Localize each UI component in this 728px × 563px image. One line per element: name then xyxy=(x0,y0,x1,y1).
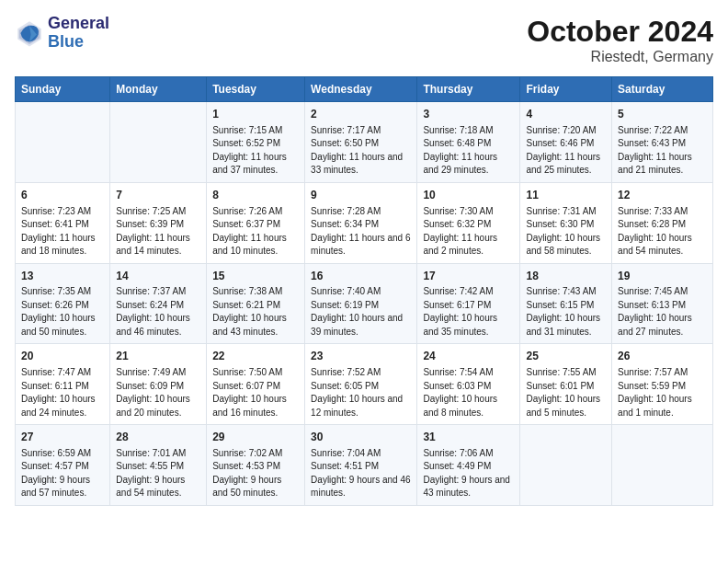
day-number: 31 xyxy=(423,430,514,445)
day-number: 5 xyxy=(618,107,707,122)
logo-line1: General xyxy=(48,15,109,33)
day-number: 2 xyxy=(311,107,411,122)
day-number: 27 xyxy=(21,430,104,445)
day-number: 16 xyxy=(311,269,411,284)
calendar-week-row: 6Sunrise: 7:23 AM Sunset: 6:41 PM Daylig… xyxy=(16,182,713,263)
calendar-week-row: 13Sunrise: 7:35 AM Sunset: 6:26 PM Dayli… xyxy=(16,263,713,344)
logo: General Blue xyxy=(15,15,109,52)
header-day-friday: Friday xyxy=(520,77,612,102)
header-day-sunday: Sunday xyxy=(16,77,110,102)
calendar-header-row: SundayMondayTuesdayWednesdayThursdayFrid… xyxy=(16,77,713,102)
day-number: 20 xyxy=(21,349,104,364)
day-number: 23 xyxy=(311,349,411,364)
day-number: 25 xyxy=(526,349,606,364)
day-number: 17 xyxy=(423,269,514,284)
calendar-cell: 19Sunrise: 7:45 AM Sunset: 6:13 PM Dayli… xyxy=(612,263,713,344)
calendar-cell: 6Sunrise: 7:23 AM Sunset: 6:41 PM Daylig… xyxy=(16,182,110,263)
header-day-monday: Monday xyxy=(110,77,207,102)
header-day-saturday: Saturday xyxy=(612,77,713,102)
calendar-cell: 23Sunrise: 7:52 AM Sunset: 6:05 PM Dayli… xyxy=(305,344,417,425)
calendar-cell: 30Sunrise: 7:04 AM Sunset: 4:51 PM Dayli… xyxy=(305,425,417,506)
cell-content: Sunrise: 7:40 AM Sunset: 6:19 PM Dayligh… xyxy=(311,285,411,339)
calendar-cell xyxy=(110,102,207,183)
calendar-cell: 14Sunrise: 7:37 AM Sunset: 6:24 PM Dayli… xyxy=(110,263,207,344)
cell-content: Sunrise: 7:47 AM Sunset: 6:11 PM Dayligh… xyxy=(21,366,104,419)
calendar-cell xyxy=(612,425,713,506)
calendar-table: SundayMondayTuesdayWednesdayThursdayFrid… xyxy=(15,76,713,506)
calendar-cell: 9Sunrise: 7:28 AM Sunset: 6:34 PM Daylig… xyxy=(305,182,417,263)
cell-content: Sunrise: 7:17 AM Sunset: 6:50 PM Dayligh… xyxy=(311,124,411,178)
day-number: 9 xyxy=(311,188,411,203)
calendar-cell: 17Sunrise: 7:42 AM Sunset: 6:17 PM Dayli… xyxy=(417,263,520,344)
calendar-cell: 25Sunrise: 7:55 AM Sunset: 6:01 PM Dayli… xyxy=(520,344,612,425)
cell-content: Sunrise: 7:37 AM Sunset: 6:24 PM Dayligh… xyxy=(116,285,200,339)
logo-text: General Blue xyxy=(48,15,109,52)
day-number: 12 xyxy=(618,188,707,203)
day-number: 29 xyxy=(212,430,299,445)
cell-content: Sunrise: 7:38 AM Sunset: 6:21 PM Dayligh… xyxy=(212,285,299,339)
calendar-cell: 31Sunrise: 7:06 AM Sunset: 4:49 PM Dayli… xyxy=(417,425,520,506)
cell-content: Sunrise: 6:59 AM Sunset: 4:57 PM Dayligh… xyxy=(21,447,104,500)
calendar-week-row: 20Sunrise: 7:47 AM Sunset: 6:11 PM Dayli… xyxy=(16,344,713,425)
day-number: 3 xyxy=(423,107,514,122)
page-header: General Blue October 2024 Riestedt, Germ… xyxy=(15,15,713,65)
logo-icon xyxy=(15,18,44,48)
calendar-cell: 22Sunrise: 7:50 AM Sunset: 6:07 PM Dayli… xyxy=(207,344,305,425)
cell-content: Sunrise: 7:45 AM Sunset: 6:13 PM Dayligh… xyxy=(618,285,707,339)
day-number: 19 xyxy=(618,269,707,284)
cell-content: Sunrise: 7:43 AM Sunset: 6:15 PM Dayligh… xyxy=(526,285,606,339)
calendar-cell: 16Sunrise: 7:40 AM Sunset: 6:19 PM Dayli… xyxy=(305,263,417,344)
cell-content: Sunrise: 7:54 AM Sunset: 6:03 PM Dayligh… xyxy=(423,366,514,419)
cell-content: Sunrise: 7:35 AM Sunset: 6:26 PM Dayligh… xyxy=(21,285,104,339)
calendar-cell xyxy=(520,425,612,506)
cell-content: Sunrise: 7:30 AM Sunset: 6:32 PM Dayligh… xyxy=(423,205,514,259)
header-day-wednesday: Wednesday xyxy=(305,77,417,102)
calendar-cell: 3Sunrise: 7:18 AM Sunset: 6:48 PM Daylig… xyxy=(417,102,520,183)
day-number: 1 xyxy=(212,107,299,122)
calendar-cell: 11Sunrise: 7:31 AM Sunset: 6:30 PM Dayli… xyxy=(520,182,612,263)
day-number: 10 xyxy=(423,188,514,203)
day-number: 30 xyxy=(311,430,411,445)
day-number: 8 xyxy=(212,188,299,203)
cell-content: Sunrise: 7:52 AM Sunset: 6:05 PM Dayligh… xyxy=(311,366,411,419)
cell-content: Sunrise: 7:15 AM Sunset: 6:52 PM Dayligh… xyxy=(212,124,299,178)
day-number: 7 xyxy=(116,188,200,203)
calendar-cell: 8Sunrise: 7:26 AM Sunset: 6:37 PM Daylig… xyxy=(207,182,305,263)
cell-content: Sunrise: 7:28 AM Sunset: 6:34 PM Dayligh… xyxy=(311,205,411,259)
calendar-cell: 1Sunrise: 7:15 AM Sunset: 6:52 PM Daylig… xyxy=(207,102,305,183)
cell-content: Sunrise: 7:18 AM Sunset: 6:48 PM Dayligh… xyxy=(423,124,514,178)
day-number: 22 xyxy=(212,349,299,364)
cell-content: Sunrise: 7:57 AM Sunset: 5:59 PM Dayligh… xyxy=(618,366,707,419)
cell-content: Sunrise: 7:02 AM Sunset: 4:53 PM Dayligh… xyxy=(212,447,299,500)
calendar-week-row: 1Sunrise: 7:15 AM Sunset: 6:52 PM Daylig… xyxy=(16,102,713,183)
day-number: 18 xyxy=(526,269,606,284)
cell-content: Sunrise: 7:20 AM Sunset: 6:46 PM Dayligh… xyxy=(526,124,606,178)
cell-content: Sunrise: 7:01 AM Sunset: 4:55 PM Dayligh… xyxy=(116,447,200,500)
calendar-cell: 15Sunrise: 7:38 AM Sunset: 6:21 PM Dayli… xyxy=(207,263,305,344)
calendar-cell: 4Sunrise: 7:20 AM Sunset: 6:46 PM Daylig… xyxy=(520,102,612,183)
cell-content: Sunrise: 7:06 AM Sunset: 4:49 PM Dayligh… xyxy=(423,447,514,500)
cell-content: Sunrise: 7:50 AM Sunset: 6:07 PM Dayligh… xyxy=(212,366,299,419)
title-block: October 2024 Riestedt, Germany xyxy=(527,15,713,65)
calendar-cell: 27Sunrise: 6:59 AM Sunset: 4:57 PM Dayli… xyxy=(16,425,110,506)
calendar-cell: 28Sunrise: 7:01 AM Sunset: 4:55 PM Dayli… xyxy=(110,425,207,506)
calendar-cell: 12Sunrise: 7:33 AM Sunset: 6:28 PM Dayli… xyxy=(612,182,713,263)
calendar-cell: 7Sunrise: 7:25 AM Sunset: 6:39 PM Daylig… xyxy=(110,182,207,263)
cell-content: Sunrise: 7:31 AM Sunset: 6:30 PM Dayligh… xyxy=(526,205,606,259)
calendar-cell: 29Sunrise: 7:02 AM Sunset: 4:53 PM Dayli… xyxy=(207,425,305,506)
cell-content: Sunrise: 7:23 AM Sunset: 6:41 PM Dayligh… xyxy=(21,205,104,259)
calendar-cell xyxy=(16,102,110,183)
header-day-tuesday: Tuesday xyxy=(207,77,305,102)
calendar-cell: 2Sunrise: 7:17 AM Sunset: 6:50 PM Daylig… xyxy=(305,102,417,183)
calendar-cell: 20Sunrise: 7:47 AM Sunset: 6:11 PM Dayli… xyxy=(16,344,110,425)
cell-content: Sunrise: 7:49 AM Sunset: 6:09 PM Dayligh… xyxy=(116,366,200,419)
day-number: 15 xyxy=(212,269,299,284)
logo-line2: Blue xyxy=(48,33,109,52)
day-number: 24 xyxy=(423,349,514,364)
cell-content: Sunrise: 7:26 AM Sunset: 6:37 PM Dayligh… xyxy=(212,205,299,259)
day-number: 26 xyxy=(618,349,707,364)
day-number: 11 xyxy=(526,188,606,203)
cell-content: Sunrise: 7:33 AM Sunset: 6:28 PM Dayligh… xyxy=(618,205,707,259)
calendar-cell: 10Sunrise: 7:30 AM Sunset: 6:32 PM Dayli… xyxy=(417,182,520,263)
day-number: 28 xyxy=(116,430,200,445)
